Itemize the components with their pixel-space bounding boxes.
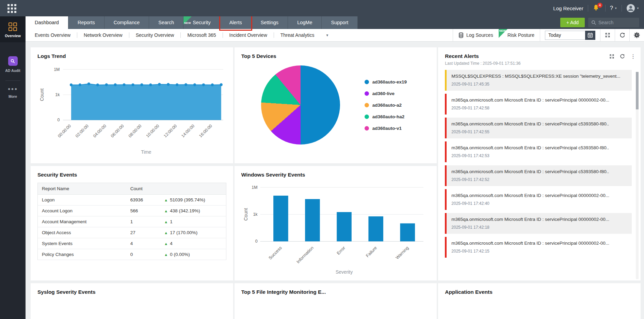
subtab-threat-analytics[interactable]: Threat Analytics <box>274 29 321 42</box>
alert-message: MSSQL$SQLEXPRESS : MSSQL$SQLEXPRESS:XE s… <box>451 74 627 79</box>
svg-text:12:00:00: 12:00:00 <box>163 123 178 138</box>
panel-title: Top 5 File Integrity Monitoring E... <box>241 289 430 295</box>
calendar-button[interactable] <box>585 31 595 40</box>
svg-text:02:00:00: 02:00:00 <box>75 123 90 138</box>
legend-item[interactable]: ad360-live <box>365 91 407 96</box>
notifications-bell-icon[interactable]: 4 <box>593 4 601 12</box>
kebab-menu-icon[interactable]: ⋮ <box>630 54 636 59</box>
delta-value: 4 <box>170 241 173 246</box>
scrollbar-thumb[interactable] <box>636 72 639 109</box>
trend-up-icon: ▲ <box>164 253 168 257</box>
table-row[interactable]: Policy Changes0▲0 (0.00%) <box>38 249 226 260</box>
risk-posture-button[interactable]: NEW Risk Posture <box>499 29 540 42</box>
alert-item[interactable]: m365qa.onmicrosoft.com Microsoft Entra I… <box>445 118 632 138</box>
search-input[interactable]: Search <box>588 18 639 27</box>
tab-security[interactable]: SecurityNEW <box>183 16 220 29</box>
syslog-severity-panel: Syslog Severity Events <box>31 283 233 319</box>
svg-text:06:00:00: 06:00:00 <box>110 123 125 138</box>
legend-item[interactable]: ad360auto-a2 <box>365 103 407 108</box>
tab-logme[interactable]: LogMe <box>288 16 322 29</box>
new-ribbon-label: NEW <box>499 29 506 32</box>
alert-item[interactable]: m365qa.onmicrosoft.com Microsoft Entra I… <box>445 94 632 115</box>
svg-text:Time: Time <box>141 149 151 155</box>
expand-dashboard-button[interactable] <box>600 29 615 42</box>
alert-item[interactable]: m365qa.onmicrosoft.com Microsoft Entra I… <box>445 189 632 210</box>
legend-item[interactable]: ad360auto-ex19 <box>365 79 407 85</box>
alert-item[interactable]: m365qa.onmicrosoft.com Microsoft Entra I… <box>445 141 632 162</box>
alerts-scrollbar[interactable] <box>636 72 639 279</box>
tab-reports[interactable]: Reports <box>68 16 104 29</box>
table-row[interactable]: Account Logon566▲438 (342.19%) <box>38 206 226 216</box>
svg-text:Severity: Severity <box>336 269 353 275</box>
dashboard-content: Logs Trend 1M1k000:00:0002:00:0004:00:00… <box>26 42 644 319</box>
add-button[interactable]: + Add <box>560 18 585 27</box>
alert-item[interactable]: m365qa.onmicrosoft.com Microsoft Entra I… <box>445 213 632 234</box>
subnav-tabs: Events OverviewNetwork OverviewSecurity … <box>26 29 334 42</box>
legend-item[interactable]: ad360auto-ha2 <box>365 114 407 119</box>
last-updated-time: Last Updated Time : 2025-09-01 17:51:36 <box>445 61 520 66</box>
alert-item[interactable]: m365qa.onmicrosoft.com Microsoft Entra I… <box>445 165 632 186</box>
log-sources-button[interactable]: Log Sources <box>453 29 499 42</box>
expand-panel-icon[interactable] <box>609 54 614 59</box>
top-devices-panel: Top 5 Devices ad360auto-ex19ad360-livead… <box>235 47 437 163</box>
subtab-network-overview[interactable]: Network Overview <box>77 29 129 42</box>
help-icon: ? <box>610 5 613 12</box>
report-name-cell: Account Logon <box>38 206 126 216</box>
top-devices-pie-chart[interactable] <box>261 65 340 145</box>
subtab-events-overview[interactable]: Events Overview <box>28 29 77 42</box>
sidebar-item-more[interactable]: ●●● More <box>0 84 26 103</box>
divider <box>588 5 588 12</box>
legend-item[interactable]: ad360auto-v1 <box>365 126 407 131</box>
table-row[interactable]: Logon63936▲51039 (395.74%) <box>38 195 226 206</box>
tab-alerts[interactable]: Alerts <box>220 16 252 29</box>
sidebar-item-overview[interactable]: Overview <box>0 16 26 42</box>
help-menu[interactable]: ? ▼ <box>610 5 617 12</box>
risk-posture-label: Risk Posture <box>508 32 534 38</box>
settings-gear-button[interactable] <box>630 29 644 42</box>
logs-trend-chart[interactable]: 1M1k000:00:0002:00:0004:00:0006:00:0008:… <box>37 59 226 157</box>
more-subtabs-chevron-icon[interactable]: ▼ <box>321 33 334 37</box>
tab-settings[interactable]: Settings <box>252 16 288 29</box>
date-range-select[interactable]: Today <box>545 31 585 40</box>
sidebar-item-ad-audit[interactable]: AD Audit <box>0 51 26 77</box>
tab-dashboard[interactable]: Dashboard <box>26 16 68 29</box>
app-launcher-icon[interactable] <box>7 4 16 13</box>
panel-title: Syslog Severity Events <box>37 289 226 295</box>
windows-severity-chart[interactable]: 1M1k0SuccessInformationErrorFailureWarni… <box>241 178 430 277</box>
count-cell: 4 <box>126 238 160 249</box>
delta-cell: ▲0 (0.00%) <box>160 249 226 260</box>
svg-text:Error: Error <box>336 245 346 256</box>
alert-timestamp: 2025-09-01 17:42:53 <box>451 153 627 158</box>
refresh-icon <box>619 32 625 38</box>
tab-support[interactable]: Support <box>322 16 358 29</box>
col-header-report-name: Report Name <box>38 183 126 195</box>
refresh-button[interactable] <box>615 29 629 42</box>
trend-up-icon: ▲ <box>164 220 168 224</box>
panel-title: Security Events <box>37 172 226 178</box>
table-row[interactable]: Account Management1▲1 <box>38 216 226 227</box>
table-row[interactable]: System Events4▲4 <box>38 238 226 249</box>
subtab-incident-overview[interactable]: Incident Overview <box>223 29 274 42</box>
delta-cell: ▲1 <box>160 216 226 227</box>
alert-item[interactable]: MSSQL$SQLEXPRESS : MSSQL$SQLEXPRESS:XE s… <box>445 70 632 91</box>
log-receiver-link[interactable]: Log Receiver <box>553 5 583 11</box>
report-name-cell: Logon <box>38 195 126 206</box>
user-account-menu[interactable]: ▼ <box>626 4 639 13</box>
alert-item[interactable]: m365qa.onmicrosoft.com Microsoft Entra I… <box>445 237 632 258</box>
legend-label: ad360auto-ex19 <box>372 79 407 85</box>
svg-text:00:00:00: 00:00:00 <box>57 123 72 138</box>
svg-text:Count: Count <box>243 208 248 221</box>
alert-message: m365qa.onmicrosoft.com Microsoft Entra I… <box>451 121 627 126</box>
log-sources-label: Log Sources <box>466 32 493 38</box>
tab-compliance[interactable]: Compliance <box>104 16 149 29</box>
subtab-microsoft-365[interactable]: Microsoft 365 <box>181 29 222 42</box>
subtab-security-overview[interactable]: Security Overview <box>129 29 181 42</box>
alert-timestamp: 2025-09-01 17:42:58 <box>451 106 627 110</box>
application-events-panel: Application Events <box>438 283 641 319</box>
more-dots-icon: ●●● <box>8 86 18 91</box>
overview-grid-icon <box>9 22 17 31</box>
refresh-panel-icon[interactable] <box>620 54 625 59</box>
table-row[interactable]: Object Access27▲17 (170.00%) <box>38 227 226 238</box>
tab-search[interactable]: Search <box>149 16 183 29</box>
svg-text:Failure: Failure <box>365 245 378 258</box>
